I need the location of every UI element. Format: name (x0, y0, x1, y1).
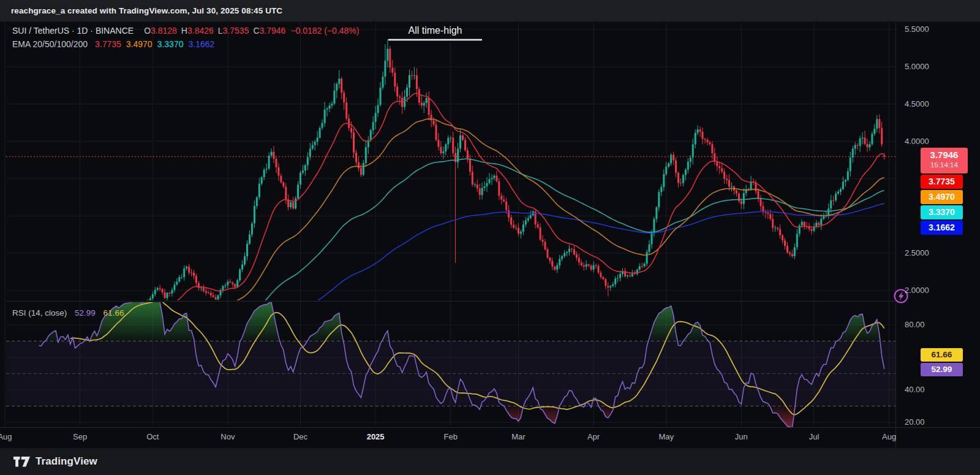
bar-countdown: 15:14:14 (921, 161, 968, 169)
low-label: L (218, 25, 223, 37)
price-axis-label: 2.0000 (905, 286, 929, 295)
ema50-value: 3.4970 (126, 38, 153, 51)
attribution-bar: reachgrace_a created with TradingView.co… (0, 0, 980, 22)
time-axis-label: Jun (735, 432, 748, 441)
time-axis-label: Sep (73, 432, 87, 441)
tradingview-logo-icon[interactable] (13, 457, 31, 467)
price-axis-label: 4.5000 (905, 99, 929, 108)
time-axis-label: 2025 (367, 432, 385, 441)
rsi-value: 52.99 (75, 308, 96, 317)
time-axis-label: Mar (511, 432, 525, 441)
tradingview-wordmark[interactable]: TradingView (36, 455, 97, 468)
open-value: 3.8128 (151, 25, 177, 37)
rsi-axis-label: 40.00 (905, 385, 925, 394)
rsi-axis-label: 80.00 (905, 320, 925, 329)
rsi-value-badge: 52.99 (921, 363, 963, 376)
ema200-value: 3.1662 (188, 38, 214, 51)
time-axis-label: Aug (0, 432, 12, 441)
footer-bar: TradingView (0, 448, 980, 475)
symbol-title[interactable]: SUI / TetherUS · 1D · BINANCE (12, 25, 134, 37)
time-axis-label: Jul (809, 432, 820, 441)
ema50-badge: 3.4970 (921, 190, 963, 204)
time-axis-label: Oct (146, 432, 159, 441)
last-price-value: 3.7946 (921, 149, 968, 161)
time-axis[interactable]: AugSepOctNovDec2025FebMarAprMayJunJulAug (0, 428, 980, 448)
ema100-badge: 3.3370 (921, 205, 963, 219)
price-axis-label: 2.5000 (905, 248, 929, 257)
change-value: −0.0182 (−0.48%) (290, 25, 359, 37)
attribution-text: reachgrace_a created with TradingView.co… (11, 6, 282, 15)
ema100-value: 3.3370 (157, 38, 184, 51)
ema20-badge: 3.7735 (921, 175, 963, 189)
rsi-ma-badge: 61.66 (921, 348, 963, 362)
price-axis-label: 5.5000 (905, 25, 929, 34)
time-axis-label: Nov (221, 432, 235, 441)
price-axis-label: 5.0000 (905, 62, 929, 71)
time-axis-label: Apr (587, 432, 600, 441)
ema-indicator-label[interactable]: EMA 20/50/100/200 (12, 38, 88, 51)
close-label: C (253, 25, 259, 37)
rsi-ma-value: 61.66 (104, 308, 124, 317)
high-value: 3.8426 (187, 25, 214, 37)
candlesticks (147, 49, 885, 307)
price-axis-label: 4.0000 (905, 137, 929, 146)
symbol-legend-row: SUI / TetherUS · 1D · BINANCE O 3.8128 H… (12, 25, 359, 37)
time-axis-label: Dec (293, 432, 307, 441)
ema200-badge: 3.1662 (921, 221, 963, 235)
chart-graphics (0, 0, 980, 475)
time-axis-label: Aug (882, 432, 896, 441)
time-axis-label: May (658, 432, 674, 441)
price-axis[interactable]: 3.7946 15:14:14 3.7735 3.4970 3.3370 3.1… (895, 21, 980, 448)
rsi-overbought-fill (241, 303, 280, 341)
last-price-badge: 3.7946 15:14:14 (921, 148, 968, 173)
rsi-overbought-fill (837, 314, 881, 341)
close-value: 3.7946 (260, 25, 286, 37)
time-axis-label: Feb (444, 432, 458, 441)
rsi-legend-row: RSI (14, close) 52.99 61.66 (12, 308, 124, 317)
ema20-value: 3.7735 (95, 38, 121, 51)
low-value: 3.7535 (223, 25, 249, 37)
chart-legend: SUI / TetherUS · 1D · BINANCE O 3.8128 H… (12, 25, 359, 51)
rsi-axis-label: 20.00 (905, 417, 925, 427)
ema-legend-row: EMA 20/50/100/200 3.7735 3.4970 3.3370 3… (12, 38, 359, 51)
high-label: H (181, 25, 187, 37)
open-label: O (144, 25, 151, 37)
up-wicks (148, 39, 877, 310)
all-time-high-label: All time-high (388, 25, 482, 36)
rsi-oversold-fill (769, 406, 796, 428)
all-time-high-line (388, 39, 482, 41)
rsi-indicator-label[interactable]: RSI (14, close) (12, 308, 67, 317)
